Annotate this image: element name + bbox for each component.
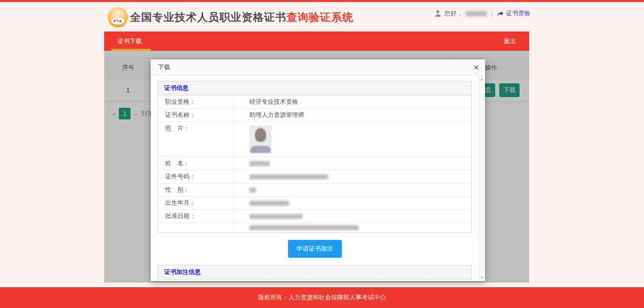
field-label: 出生年月： — [158, 197, 234, 209]
col-header-complete-time: 加注完成时间 — [380, 280, 431, 281]
pta-logo-icon: PTA — [108, 7, 128, 27]
scroll-down-icon[interactable]: ▼ — [479, 276, 485, 279]
pta-logo-text: PTA — [111, 18, 124, 24]
site-title-accent: 查询验证系统 — [286, 11, 353, 23]
col-header-valid-until: 有效期至 — [265, 280, 312, 281]
annotation-table: 序号 使用场景 有效期至 加注申请时间 加注完成时间 操作 1 本人调用 202… — [158, 280, 471, 281]
main-nav: 证书下载 退出 — [104, 32, 529, 51]
tab-certificate-download[interactable]: 证书下载 — [104, 32, 155, 51]
user-bar: 您好， | 证书查验 — [435, 9, 530, 18]
field-value — [234, 122, 471, 157]
field-row-qualification: 职业资格： 经济专业技术资格 — [158, 96, 471, 109]
field-row-birth-date: 出生年月： — [158, 197, 471, 210]
field-value — [234, 170, 471, 183]
separator: | — [491, 10, 493, 17]
certificate-info-title: 证书信息 — [158, 81, 471, 96]
field-row-id-number: 证件号码： — [158, 170, 471, 183]
greeting-label: 您好， — [444, 9, 463, 18]
apply-button-area: 申请证书加注 — [157, 240, 472, 258]
dialog-header: 下载 × — [151, 59, 485, 76]
user-icon — [435, 10, 441, 17]
dialog-scrollbar[interactable]: ▲ ▼ — [479, 76, 485, 281]
field-label — [158, 223, 234, 232]
field-row-extra — [158, 223, 471, 232]
field-label: 职业资格： — [158, 96, 234, 108]
field-value: 助理人力资源管理师 — [234, 109, 471, 121]
redacted-value — [249, 214, 303, 219]
field-value — [234, 210, 471, 223]
field-row-certificate-name: 证书名称： 助理人力资源管理师 — [158, 109, 471, 122]
field-row-approval-date: 批准日期： — [158, 210, 471, 223]
apply-annotation-button[interactable]: 申请证书加注 — [288, 240, 342, 258]
annotation-info-title: 证书加注信息 — [158, 265, 471, 280]
dialog-title: 下载 — [158, 63, 170, 72]
logout-button[interactable]: 退出 — [491, 32, 529, 51]
site-title: 全国专业技术人员职业资格证书查询验证系统 — [130, 10, 353, 24]
site-title-main: 全国专业技术人员职业资格证书 — [130, 11, 286, 23]
field-row-gender: 性 别： — [158, 183, 471, 197]
field-value — [234, 157, 471, 170]
field-label: 证件号码： — [158, 170, 234, 183]
redacted-value — [249, 188, 256, 193]
field-label: 证书名称： — [158, 109, 234, 121]
page-footer: 版权所有：人力资源和社会保障部人事考试中心 — [0, 287, 644, 308]
redacted-value — [249, 201, 289, 206]
field-label: 性 别： — [158, 183, 234, 196]
close-icon[interactable]: × — [473, 63, 479, 72]
certificate-verify-link[interactable]: 证书查验 — [497, 9, 530, 18]
brand: PTA 全国专业技术人员职业资格证书查询验证系统 — [108, 7, 353, 27]
field-label: 批准日期： — [158, 210, 234, 223]
field-value — [234, 183, 471, 196]
certificate-verify-label: 证书查验 — [506, 9, 530, 18]
col-header-index: 序号 — [158, 280, 186, 281]
id-photo — [249, 126, 272, 153]
site-header: PTA 全国专业技术人员职业资格证书查询验证系统 您好， | 证书查验 — [0, 2, 644, 32]
field-label: 照 片： — [158, 122, 234, 157]
scroll-up-icon[interactable]: ▲ — [479, 78, 485, 81]
redacted-value — [249, 225, 359, 230]
annotation-info-box: 证书加注信息 序号 使用场景 有效期至 加注申请时间 加注完成时间 操作 1 本… — [157, 265, 472, 281]
download-dialog: 下载 × 证书信息 职业资格： 经济专业技术资格 证书名称： 助理人力资源管理师… — [151, 59, 485, 281]
dialog-body: 证书信息 职业资格： 经济专业技术资格 证书名称： 助理人力资源管理师 照 片：… — [151, 76, 485, 281]
username-redacted — [466, 11, 487, 16]
col-header-action: 操作 — [431, 280, 471, 281]
field-value: 经济专业技术资格 — [234, 96, 471, 108]
field-label: 姓 名： — [158, 157, 234, 170]
field-value — [234, 223, 471, 232]
certificate-info-box: 证书信息 职业资格： 经济专业技术资格 证书名称： 助理人力资源管理师 照 片：… — [157, 81, 472, 233]
col-header-apply-time: 加注申请时间 — [311, 280, 380, 281]
field-value — [234, 197, 471, 209]
col-header-scene: 使用场景 — [186, 280, 265, 281]
share-arrow-icon — [497, 10, 504, 17]
redacted-value — [249, 174, 328, 179]
annotation-header-row: 序号 使用场景 有效期至 加注申请时间 加注完成时间 操作 — [158, 280, 471, 281]
tab-certificate-download-label: 证书下载 — [117, 38, 142, 45]
field-row-photo: 照 片： — [158, 122, 471, 157]
field-row-name: 姓 名： — [158, 157, 471, 170]
copyright-text: 版权所有：人力资源和社会保障部人事考试中心 — [258, 293, 386, 302]
redacted-value — [249, 161, 270, 166]
